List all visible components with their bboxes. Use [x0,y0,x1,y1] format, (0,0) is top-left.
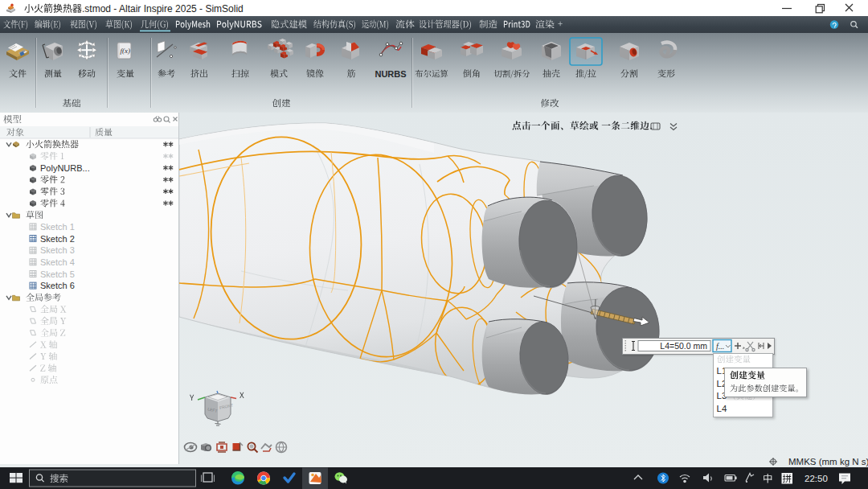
svg-text:22:50: 22:50 [805,474,828,483]
